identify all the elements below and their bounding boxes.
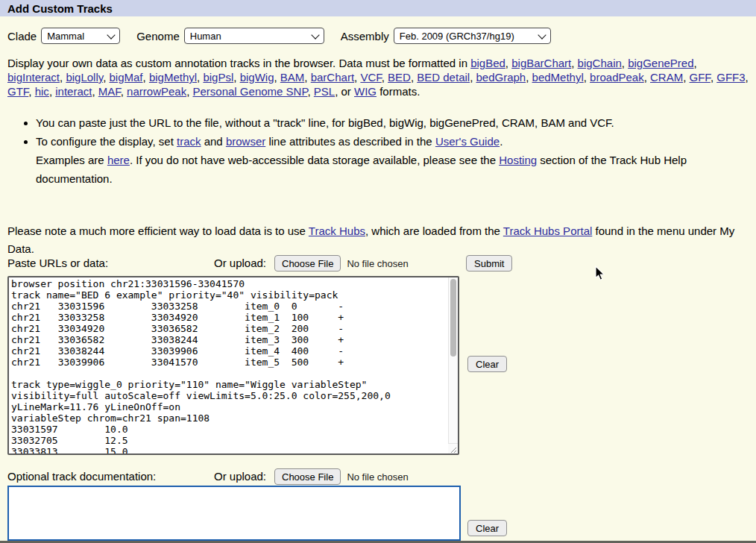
paste-urls-label: Paste URLs or data:	[7, 257, 108, 269]
notes-list: You can paste just the URL to the file, …	[7, 113, 750, 188]
genome-selection-row: Clade Mammal Genome Human Assembly Feb. …	[7, 28, 750, 44]
link-biggenepred[interactable]: bigGenePred	[628, 57, 693, 69]
link-bigbed[interactable]: bigBed	[470, 57, 505, 69]
link-user-s-guide[interactable]: User's Guide	[435, 135, 500, 148]
link-broadpeak[interactable]: broadPeak	[590, 71, 644, 84]
link-vcf[interactable]: VCF	[360, 71, 381, 84]
link-here[interactable]: here	[107, 154, 130, 166]
link-personal-genome-snp[interactable]: Personal Genome SNP	[193, 85, 308, 98]
doc-textarea-text	[9, 487, 459, 490]
clade-select[interactable]: Mammal	[41, 28, 120, 44]
link-gtf[interactable]: GTF	[7, 85, 28, 98]
scrollbar-thumb[interactable]	[450, 279, 456, 357]
genome-field: Genome Human	[136, 28, 324, 44]
clade-field: Clade Mammal	[7, 28, 120, 44]
page-title: Add Custom Tracks	[7, 2, 113, 15]
link-narrowpeak[interactable]: narrowPeak	[127, 85, 186, 98]
chevron-down-icon	[538, 31, 546, 39]
link-gff[interactable]: GFF	[690, 71, 711, 84]
custom-track-data-text: browser position chr21:33031596-33041570…	[9, 277, 458, 453]
doc-textarea-focused[interactable]	[7, 486, 461, 541]
optional-doc-label: Optional track documentation:	[7, 470, 156, 483]
link-bigchain[interactable]: bigChain	[578, 57, 622, 69]
clade-label: Clade	[7, 30, 37, 43]
link-track-hubs-portal[interactable]: Track Hubs Portal	[503, 225, 592, 237]
chevron-down-icon	[107, 31, 116, 39]
assembly-select-value: Feb. 2009 (GRCh37/hg19)	[400, 31, 514, 42]
link-bam[interactable]: BAM	[280, 71, 305, 84]
no-file-chosen-text: No file chosen	[347, 258, 408, 269]
no-file-chosen-text: No file chosen	[347, 471, 408, 483]
link-bigpsl[interactable]: bigPsl	[203, 71, 233, 84]
custom-track-data-textarea[interactable]: browser position chr21:33031596-33041570…	[7, 276, 459, 455]
track-hubs-note: Please note a much more efficient way to…	[7, 222, 744, 258]
list-item: You can paste just the URL to the file, …	[36, 113, 750, 132]
link-interact[interactable]: interact	[55, 85, 92, 98]
link-bigwig[interactable]: bigWig	[240, 71, 274, 84]
page-title-bar: Add Custom Tracks	[0, 0, 756, 16]
link-maf[interactable]: MAF	[98, 85, 121, 98]
genome-select[interactable]: Human	[184, 28, 324, 44]
intro-paragraph: Display your own data as custom annotati…	[7, 56, 753, 98]
genome-label: Genome	[136, 30, 180, 43]
link-hic[interactable]: hic	[35, 85, 49, 98]
or-upload-label: Or upload:	[214, 257, 266, 269]
assembly-select[interactable]: Feb. 2009 (GRCh37/hg19)	[394, 28, 551, 44]
doc-file-input: Choose File No file chosen	[274, 468, 409, 485]
choose-file-button[interactable]: Choose File	[274, 255, 341, 272]
resize-grip-icon[interactable]	[448, 443, 458, 453]
submit-button[interactable]: Submit	[466, 255, 512, 272]
assembly-field: Assembly Feb. 2009 (GRCh37/hg19)	[341, 28, 551, 44]
clade-select-value: Mammal	[47, 31, 84, 42]
link-bigbarchart[interactable]: bigBarChart	[511, 57, 571, 69]
top-content: Clade Mammal Genome Human Assembly Feb. …	[0, 16, 756, 258]
choose-file-button[interactable]: Choose File	[274, 468, 341, 485]
link-track[interactable]: track	[177, 135, 201, 148]
link-bigmethyl[interactable]: bigMethyl	[149, 71, 197, 84]
link-biglolly[interactable]: bigLolly	[66, 71, 103, 84]
list-item: To configure the display, set track and …	[36, 132, 750, 188]
link-bedgraph[interactable]: bedGraph	[476, 71, 526, 84]
link-bed[interactable]: BED	[388, 71, 411, 84]
link-psl[interactable]: PSL	[314, 85, 335, 98]
link-barchart[interactable]: barChart	[311, 71, 354, 84]
link-track-hubs[interactable]: Track Hubs	[309, 225, 365, 237]
link-wig[interactable]: WIG	[354, 85, 377, 98]
link-bedmethyl[interactable]: bedMethyl	[532, 71, 584, 84]
data-file-input: Choose File No file chosen	[274, 255, 409, 272]
link-cram[interactable]: CRAM	[650, 71, 683, 84]
or-upload-label: Or upload:	[214, 470, 266, 483]
link-browser[interactable]: browser	[226, 135, 265, 148]
chevron-down-icon	[311, 31, 319, 39]
link-hosting[interactable]: Hosting	[499, 154, 537, 166]
link-bed-detail[interactable]: BED detail	[417, 71, 470, 84]
link-gff3[interactable]: GFF3	[716, 71, 745, 84]
link-biginteract[interactable]: bigInteract	[7, 71, 60, 84]
clear-data-button[interactable]: Clear	[467, 356, 507, 372]
mouse-cursor	[594, 266, 605, 281]
genome-select-value: Human	[190, 31, 221, 42]
assembly-label: Assembly	[341, 30, 389, 43]
clear-doc-button[interactable]: Clear	[467, 520, 507, 536]
add-custom-tracks-page: Add Custom Tracks Clade Mammal Genome Hu…	[0, 0, 756, 543]
textarea-scrollbar[interactable]	[448, 277, 458, 453]
link-bigmaf[interactable]: bigMaf	[110, 71, 143, 84]
